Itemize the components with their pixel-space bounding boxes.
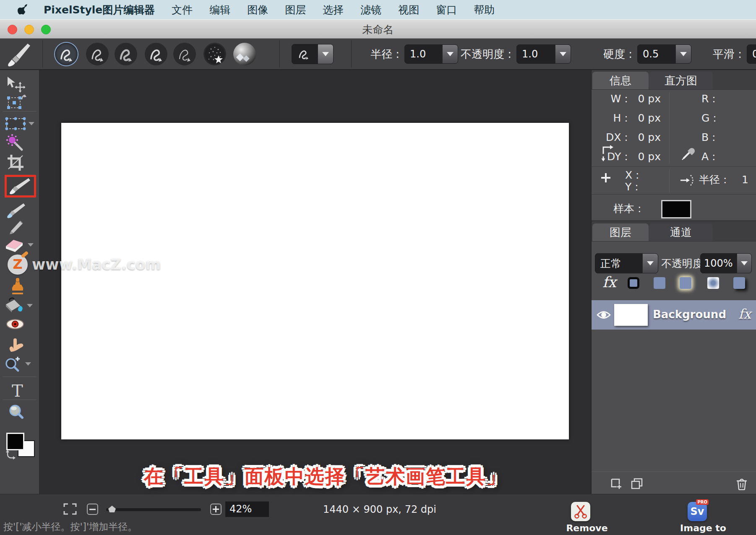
layer-thumbnail[interactable]	[614, 304, 648, 326]
toolbar-divider	[279, 40, 280, 68]
style-outer-glow-button[interactable]	[680, 277, 691, 289]
zoom-slider[interactable]	[106, 508, 201, 511]
foreground-color-swatch[interactable]	[6, 433, 24, 450]
zoom-out-button[interactable]	[87, 504, 98, 515]
macz-logo-letter: Z	[13, 256, 22, 272]
layer-opacity-dropdown[interactable]: 100%	[700, 253, 752, 273]
menu-item-file[interactable]: 文件	[172, 3, 193, 17]
tab-channels[interactable]: 通道	[649, 223, 713, 241]
panel-radius-value: 1	[742, 174, 748, 186]
apple-icon[interactable]	[18, 3, 29, 16]
section-border	[592, 166, 756, 167]
tab-histogram[interactable]: 直方图	[649, 72, 713, 89]
red-eye-tool[interactable]	[6, 317, 24, 332]
layers-tabstrip: 图层 通道	[592, 222, 756, 242]
eraser-tool[interactable]	[3, 237, 39, 255]
duplicate-layer-button[interactable]	[630, 478, 644, 490]
brush-preset-6[interactable]	[203, 43, 226, 65]
info-tabstrip: 信息 直方图	[592, 70, 756, 90]
magic-wand-tool[interactable]	[6, 134, 24, 154]
document-canvas[interactable]	[61, 123, 569, 439]
opacity-dropdown[interactable]: 1.0	[516, 44, 571, 64]
toolbar-divider	[42, 40, 43, 68]
transform-tool[interactable]	[5, 93, 27, 113]
sample-label: 样本 :	[613, 199, 641, 218]
dim-h-value: 0 px	[638, 112, 661, 124]
brush-type-dropdown[interactable]	[292, 44, 334, 64]
remove-background-label[interactable]: Remove Background(Paid)	[521, 523, 652, 535]
brush-preset-5[interactable]	[173, 43, 196, 65]
blend-mode-value: 正常	[595, 254, 642, 273]
tab-info[interactable]: 信息	[592, 72, 649, 89]
opacity-label: 不透明度 :	[455, 39, 511, 70]
style-drop-shadow-button[interactable]	[733, 277, 745, 289]
clone-stamp-tool[interactable]	[8, 277, 27, 297]
smudge-finger-tool[interactable]	[7, 335, 25, 355]
menu-app-name[interactable]: PixelStyle图片编辑器	[44, 3, 155, 17]
radius-dropdown[interactable]: 1.0	[404, 44, 458, 64]
image-to-vector-icon[interactable]: PRO Sv	[688, 502, 707, 521]
dim-dy-label: DY :	[607, 147, 628, 166]
dim-w-value: 0 px	[638, 93, 661, 105]
dim-w-label: W :	[611, 89, 628, 109]
rect-select-tool[interactable]	[3, 115, 38, 133]
style-flat-button[interactable]	[654, 277, 665, 289]
style-inner-glow-button[interactable]	[707, 277, 719, 289]
menu-item-select[interactable]: 选择	[323, 3, 344, 17]
dim-dy-value: 0 px	[638, 151, 661, 163]
info-grid-divider	[669, 92, 670, 164]
brush-preset-4[interactable]	[145, 43, 167, 65]
zoom-in-button[interactable]	[210, 504, 222, 515]
blend-mode-dropdown[interactable]: 正常	[595, 253, 658, 273]
fit-screen-icon[interactable]	[63, 503, 77, 515]
brush-tool[interactable]	[6, 203, 26, 220]
brush-preset-2[interactable]	[86, 43, 109, 65]
canvas-dimensions: 1440 × 900 px, 72 dpi	[323, 504, 436, 515]
scissors-icon	[573, 504, 588, 519]
crop-tool[interactable]	[7, 154, 24, 173]
fill-bucket-tool[interactable]	[3, 296, 39, 316]
layer-fx-label[interactable]: fx	[738, 306, 751, 322]
brush-preset-3[interactable]	[115, 43, 137, 65]
zoom-percentage[interactable]: 42%	[225, 501, 269, 517]
text-tool[interactable]: T	[12, 381, 23, 400]
brush-preset-7[interactable]	[233, 43, 256, 65]
zoom-in-tool[interactable]	[3, 355, 39, 374]
right-panel: 信息 直方图 W : 0 px H : 0 px DX : 0 px	[591, 70, 756, 494]
loupe-tool[interactable]	[8, 404, 26, 423]
pencil-tool[interactable]	[7, 218, 24, 237]
rgba-r-label: R :	[701, 89, 716, 109]
menu-item-view[interactable]: 视图	[398, 3, 419, 17]
menu-item-filter[interactable]: 滤镜	[360, 3, 381, 17]
new-layer-button[interactable]	[610, 478, 623, 490]
art-brush-tool-highlight	[5, 175, 36, 197]
dim-h-label: H :	[613, 109, 628, 128]
menu-item-help[interactable]: 帮助	[474, 3, 495, 17]
opacity-value: 1.0	[517, 45, 555, 63]
delete-layer-button[interactable]	[736, 478, 748, 490]
screen: PixelStyle图片编辑器 文件 编辑 图像 图层 选择 滤镜 视图 窗口 …	[0, 0, 756, 535]
layer-visibility-eye-icon[interactable]	[597, 309, 611, 320]
window-title: 未命名	[0, 23, 756, 36]
layer-name: Background	[653, 308, 726, 321]
style-stroke-button[interactable]	[628, 277, 639, 289]
layer-row-background[interactable]: Background fx	[592, 300, 756, 330]
menu-item-layer[interactable]: 图层	[285, 3, 306, 17]
smooth-dropdown[interactable]: 0.	[747, 44, 756, 64]
art-brush-tool[interactable]	[8, 178, 33, 195]
menu-item-image[interactable]: 图像	[247, 3, 268, 17]
menu-item-window[interactable]: 窗口	[436, 3, 457, 17]
sv-icon-text: Sv	[691, 506, 704, 517]
menu-item-edit[interactable]: 编辑	[209, 3, 230, 17]
sample-color-swatch	[661, 200, 691, 218]
swap-colors-icon[interactable]	[4, 449, 17, 461]
remove-background-icon[interactable]	[571, 502, 590, 521]
move-tool[interactable]	[5, 76, 25, 94]
zoom-slider-thumb[interactable]	[108, 506, 116, 512]
brush-preset-1[interactable]	[55, 43, 78, 65]
tab-layers[interactable]: 图层	[592, 223, 649, 241]
watermark: Z www.MacZ.com	[8, 255, 161, 275]
hardness-dropdown[interactable]: 0.5	[637, 44, 691, 64]
options-toolbar: 半径 : 1.0 不透明度 : 1.0 硬度 : 0.5 平滑 : 0.	[0, 39, 756, 70]
image-to-vector-label[interactable]: Image to Vector(Paid)	[648, 523, 756, 535]
